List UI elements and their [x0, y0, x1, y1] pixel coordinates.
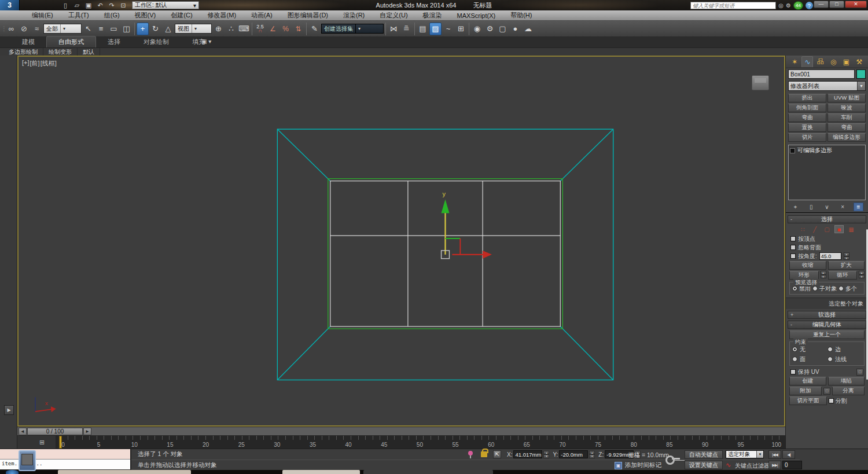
project-folder-icon[interactable]: ⊡ [118, 1, 128, 10]
render-setup-icon[interactable]: ⚙ [484, 23, 496, 35]
bind-to-space-warp-icon[interactable]: ≈ [31, 23, 43, 35]
add-time-tag[interactable]: ▣ 添加时间标记 [615, 461, 661, 469]
viewcube[interactable] [752, 75, 769, 90]
rendered-frame-icon[interactable]: ▢ [496, 23, 509, 35]
taskbar-app-button[interactable] [363, 470, 493, 474]
expand-panel-icon[interactable]: ▶ [4, 405, 14, 415]
constraint-face-radio[interactable] [792, 357, 797, 362]
create-button[interactable]: 创建 [789, 377, 826, 385]
ribbon-tab[interactable]: 对象绘制 [132, 36, 181, 47]
isolate-selection-icon[interactable] [468, 451, 473, 458]
ribbon-panel-tab[interactable]: 绘制变形 [43, 48, 78, 56]
menu-item[interactable]: 动画(A) [244, 10, 280, 21]
collapse-button[interactable]: 塌陷 [828, 377, 865, 385]
configure-modifier-sets-icon[interactable]: ≡ [854, 203, 863, 211]
modifier-button[interactable]: 弯曲 [788, 113, 826, 122]
by-angle-checkbox[interactable] [790, 253, 796, 259]
border-subobject-icon[interactable]: ▢ [822, 225, 832, 233]
menu-item[interactable]: 工具(T) [61, 10, 97, 21]
select-and-rotate-icon[interactable]: ↻ [149, 23, 161, 35]
align-icon[interactable]: ≞ [400, 23, 413, 35]
slice-plane-button[interactable]: 切片平面 [789, 396, 827, 405]
curve-editor-icon[interactable]: ~ [442, 23, 454, 35]
attach-settings-icon[interactable]: □ [823, 388, 830, 395]
menu-item[interactable]: 编辑(E) [24, 10, 61, 21]
current-frame-field[interactable]: 0 [782, 461, 802, 469]
modifier-button[interactable]: 弯曲 [827, 123, 866, 132]
angle-spinner[interactable]: ▴▾ [844, 252, 849, 260]
open-icon[interactable]: ▱ [72, 1, 82, 10]
taskbar-app-button[interactable] [58, 470, 191, 474]
x-spinner[interactable]: ▴▾ [543, 451, 549, 458]
attach-button[interactable]: 附加 [789, 387, 822, 395]
key-mode-dropdown[interactable]: 选定对象 ▾ [726, 450, 764, 458]
rollout-soft-selection-header[interactable]: + 软选择 [788, 311, 866, 319]
modifier-stack[interactable]: 可编辑多边形 [788, 145, 866, 200]
repeat-last-button[interactable]: 重复上一个 [789, 330, 865, 339]
taskbar-app-button[interactable] [282, 470, 360, 474]
layer-manager-icon[interactable]: ▤ [417, 23, 429, 35]
split-checkbox[interactable] [829, 398, 834, 403]
preserve-uv-settings-icon[interactable]: □ [856, 369, 863, 376]
modify-tab-icon[interactable]: ∿ [801, 56, 813, 67]
by-vertex-checkbox[interactable] [790, 236, 796, 241]
workspace-selector[interactable]: 工作区: 默认 ▾ [132, 1, 199, 9]
x-coordinate-field[interactable]: 41.017mm [513, 450, 542, 458]
viewport-menu-general[interactable]: [+] [22, 59, 30, 68]
ignore-backfacing-checkbox[interactable] [790, 245, 796, 250]
modifier-button[interactable]: 编辑多边形 [827, 133, 866, 142]
menu-item[interactable]: 自定义(U) [372, 10, 415, 21]
viewport-menu-shading[interactable]: [线框] [41, 59, 57, 68]
constraint-none-radio[interactable] [792, 347, 797, 352]
timeline-ruler[interactable]: 0510152025303540455055606570758085909510… [56, 436, 785, 449]
mirror-icon[interactable]: ⋈ [388, 23, 400, 35]
preview-multiple-radio[interactable] [838, 286, 844, 291]
trackbar-mode-icon[interactable]: ⊞ [39, 439, 45, 446]
new-icon[interactable]: ▯ [60, 1, 71, 10]
menu-item[interactable]: 帮助(H) [503, 10, 539, 21]
vertex-subobject-icon[interactable]: ∷ [798, 225, 807, 233]
rectangular-selection-icon[interactable]: ▭ [108, 23, 120, 35]
search-input[interactable] [690, 2, 776, 9]
window-crossing-icon[interactable]: ◫ [120, 23, 133, 35]
save-icon[interactable]: ▣ [83, 1, 94, 10]
set-keys-icon[interactable] [665, 454, 681, 464]
frame-back-icon[interactable]: ◄ [19, 428, 27, 435]
detach-button[interactable]: 分离 [832, 387, 865, 395]
reference-coordinate-dropdown[interactable]: 视图 ▾ [175, 24, 212, 34]
loop-spinner[interactable]: ▴▾ [859, 271, 865, 278]
y-coordinate-field[interactable]: -20.0mm [559, 450, 588, 458]
spinner-snap-icon[interactable]: ⇅ [292, 23, 304, 35]
menu-item[interactable]: MAXScript(X) [450, 10, 503, 21]
redo-icon[interactable]: ↷ [106, 1, 117, 10]
communication-center-badge[interactable]: 44 [793, 1, 803, 10]
close-button[interactable]: ✕ [845, 1, 867, 8]
time-tag-icon[interactable]: ▣ [615, 462, 622, 469]
ribbon-toggle-icon[interactable]: ▨ [429, 23, 442, 35]
selection-filter-dropdown[interactable]: 全部 ▾ [43, 24, 82, 34]
menu-item[interactable]: 组(G) [97, 10, 127, 21]
select-and-scale-icon[interactable]: △ [162, 23, 174, 35]
motion-tab-icon[interactable]: ◎ [827, 56, 839, 67]
make-unique-icon[interactable]: ∨ [822, 203, 832, 211]
shrink-button[interactable]: 收缩 [789, 261, 826, 270]
grow-button[interactable]: 扩大 [828, 261, 865, 270]
modifier-button[interactable]: 置换 [788, 123, 826, 132]
toolbar-handle[interactable]: ⋮ [1, 25, 5, 32]
constraint-normal-radio[interactable] [827, 357, 833, 362]
material-editor-icon[interactable]: ◉ [471, 23, 483, 35]
set-key-button[interactable]: 设置关键点 [685, 461, 723, 469]
ribbon-panel-tab[interactable]: 多边形绘制 [3, 48, 43, 56]
minimize-button[interactable]: — [814, 1, 829, 8]
cloud-render-icon[interactable]: ☁ [522, 23, 534, 35]
schematic-view-icon[interactable]: ⊞ [455, 23, 467, 35]
mini-curve-editor-button[interactable] [19, 450, 36, 471]
remove-modifier-icon[interactable]: × [838, 203, 848, 211]
ribbon-minimize-icon[interactable]: ▣ ▾ [201, 38, 211, 46]
preview-subobject-radio[interactable] [812, 286, 818, 291]
show-end-result-icon[interactable]: ▯ [806, 203, 816, 211]
viewport-front[interactable]: [+] [前] [线框] [17, 56, 785, 427]
menu-item[interactable]: 视图(V) [127, 10, 164, 21]
app-logo-button[interactable]: 3 [0, 0, 20, 10]
viewport-menu-pov[interactable]: [前] [30, 59, 40, 68]
